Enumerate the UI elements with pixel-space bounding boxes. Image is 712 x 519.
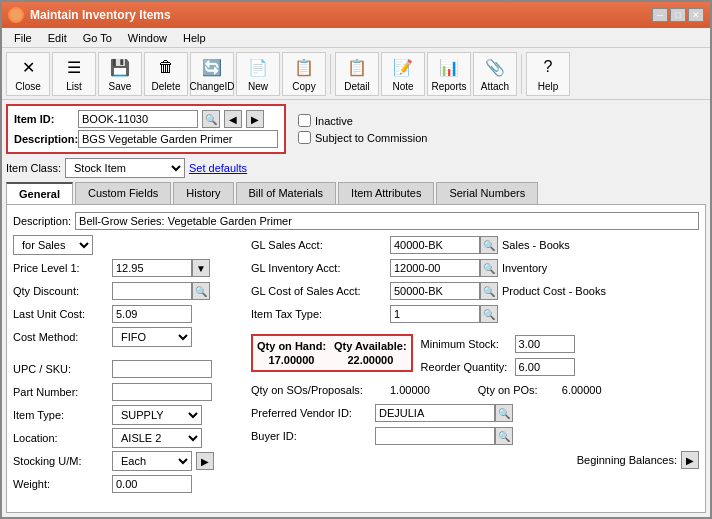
title-controls: ─ □ ✕ bbox=[652, 8, 704, 22]
save-button[interactable]: 💾 Save bbox=[98, 52, 142, 96]
stocking-um-row: Stocking U/M: Each ▶ bbox=[13, 451, 243, 471]
item-desc-row: Description: BGS Vegetable Garden Primer bbox=[14, 130, 278, 148]
beginning-balances-arrow[interactable]: ▶ bbox=[681, 451, 699, 469]
help-button[interactable]: ? Help bbox=[526, 52, 570, 96]
qty-proposals-label: Qty on SOs/Proposals: bbox=[251, 384, 386, 396]
qty-available-label: Qty Available: bbox=[334, 340, 407, 352]
last-unit-cost-label: Last Unit Cost: bbox=[13, 308, 108, 320]
upc-input[interactable] bbox=[112, 360, 212, 378]
gl-cost-input[interactable] bbox=[390, 282, 480, 300]
tabs-row: General Custom Fields History Bill of Ma… bbox=[6, 182, 706, 204]
part-number-input[interactable] bbox=[112, 383, 212, 401]
for-sales-row: for Sales bbox=[13, 235, 243, 255]
gl-sales-lookup[interactable]: 🔍 bbox=[480, 236, 498, 254]
list-button[interactable]: ☰ List bbox=[52, 52, 96, 96]
toolbar-separator-2 bbox=[521, 54, 522, 94]
weight-input[interactable] bbox=[112, 475, 192, 493]
inactive-row: Inactive bbox=[298, 114, 428, 127]
min-stock-input[interactable] bbox=[515, 335, 575, 353]
item-prev-button[interactable]: ◀ bbox=[224, 110, 242, 128]
menu-window[interactable]: Window bbox=[120, 30, 175, 46]
preferred-vendor-lookup[interactable]: 🔍 bbox=[495, 404, 513, 422]
item-type-select[interactable]: SUPPLY bbox=[112, 405, 202, 425]
gl-inventory-label: GL Inventory Acct: bbox=[251, 262, 386, 274]
cost-method-select[interactable]: FIFO bbox=[112, 327, 192, 347]
delete-button[interactable]: 🗑 Delete bbox=[144, 52, 188, 96]
attach-button[interactable]: 📎 Attach bbox=[473, 52, 517, 96]
price-level-lookup[interactable]: ▼ bbox=[192, 259, 210, 277]
item-tax-label: Item Tax Type: bbox=[251, 308, 386, 320]
detail-button[interactable]: 📋 Detail bbox=[335, 52, 379, 96]
last-unit-cost-input[interactable] bbox=[112, 305, 192, 323]
item-tax-input[interactable] bbox=[390, 305, 480, 323]
item-desc-input[interactable]: BGS Vegetable Garden Primer bbox=[78, 130, 278, 148]
gl-sales-input[interactable] bbox=[390, 236, 480, 254]
tab-general[interactable]: General bbox=[6, 182, 73, 204]
changeid-button[interactable]: 🔄 ChangeID bbox=[190, 52, 234, 96]
item-next-button[interactable]: ▶ bbox=[246, 110, 264, 128]
gl-cost-desc: Product Cost - Books bbox=[502, 285, 606, 297]
item-class-select[interactable]: Stock Item bbox=[65, 158, 185, 178]
preferred-vendor-input[interactable] bbox=[375, 404, 495, 422]
set-defaults-link[interactable]: Set defaults bbox=[189, 162, 247, 174]
reports-button[interactable]: 📊 Reports bbox=[427, 52, 471, 96]
qty-on-hand-label: Qty on Hand: bbox=[257, 340, 326, 352]
stocking-um-select[interactable]: Each bbox=[112, 451, 192, 471]
description-input[interactable] bbox=[75, 212, 699, 230]
tab-custom-fields[interactable]: Custom Fields bbox=[75, 182, 171, 204]
qty-discount-input[interactable] bbox=[112, 282, 192, 300]
maximize-button[interactable]: □ bbox=[670, 8, 686, 22]
tab-bill-of-materials[interactable]: Bill of Materials bbox=[236, 182, 337, 204]
item-id-lookup-button[interactable]: 🔍 bbox=[202, 110, 220, 128]
tab-item-attributes[interactable]: Item Attributes bbox=[338, 182, 434, 204]
minimize-button[interactable]: ─ bbox=[652, 8, 668, 22]
location-select[interactable]: AISLE 2 bbox=[112, 428, 202, 448]
gl-inventory-lookup[interactable]: 🔍 bbox=[480, 259, 498, 277]
gl-inventory-desc: Inventory bbox=[502, 262, 547, 274]
close-toolbar-button[interactable]: ✕ Close bbox=[6, 52, 50, 96]
price-level-input-group: ▼ bbox=[112, 259, 210, 277]
stocking-um-nav[interactable]: ▶ bbox=[196, 452, 214, 470]
app-icon bbox=[8, 7, 24, 23]
new-button[interactable]: 📄 New bbox=[236, 52, 280, 96]
tab-serial-numbers[interactable]: Serial Numbers bbox=[436, 182, 538, 204]
reorder-qty-label: Reorder Quantity: bbox=[421, 361, 511, 373]
preferred-vendor-input-group: 🔍 bbox=[375, 404, 513, 422]
gl-inventory-input[interactable] bbox=[390, 259, 480, 277]
detail-icon: 📋 bbox=[345, 55, 369, 79]
for-sales-select[interactable]: for Sales bbox=[13, 235, 93, 255]
last-unit-cost-row: Last Unit Cost: bbox=[13, 304, 243, 324]
menu-edit[interactable]: Edit bbox=[40, 30, 75, 46]
inactive-checkbox[interactable] bbox=[298, 114, 311, 127]
menu-help[interactable]: Help bbox=[175, 30, 214, 46]
copy-button[interactable]: 📋 Copy bbox=[282, 52, 326, 96]
item-tax-lookup[interactable]: 🔍 bbox=[480, 305, 498, 323]
item-id-input[interactable]: BOOK-11030 bbox=[78, 110, 198, 128]
qty-discount-lookup[interactable]: 🔍 bbox=[192, 282, 210, 300]
left-column: for Sales Price Level 1: ▼ Qty Discount: bbox=[13, 235, 243, 506]
item-class-label: Item Class: bbox=[6, 162, 61, 174]
close-button[interactable]: ✕ bbox=[688, 8, 704, 22]
tab-content-general: Description: for Sales Price Level 1: bbox=[6, 204, 706, 513]
note-button[interactable]: 📝 Note bbox=[381, 52, 425, 96]
item-tax-row: Item Tax Type: 🔍 bbox=[251, 304, 699, 324]
beginning-balances-row: Beginning Balances: ▶ bbox=[251, 451, 699, 469]
buyer-id-input[interactable] bbox=[375, 427, 495, 445]
commission-checkbox[interactable] bbox=[298, 131, 311, 144]
content-area: Item ID: BOOK-11030 🔍 ◀ ▶ Description: B… bbox=[2, 100, 710, 517]
desc-form-label: Description: bbox=[13, 215, 71, 227]
gl-sales-label: GL Sales Acct: bbox=[251, 239, 386, 251]
toolbar: ✕ Close ☰ List 💾 Save 🗑 Delete 🔄 ChangeI… bbox=[2, 48, 710, 100]
gl-cost-lookup[interactable]: 🔍 bbox=[480, 282, 498, 300]
menu-file[interactable]: File bbox=[6, 30, 40, 46]
qty-on-hand-value: 17.00000 bbox=[269, 354, 315, 366]
menu-goto[interactable]: Go To bbox=[75, 30, 120, 46]
qty-discount-row: Qty Discount: 🔍 bbox=[13, 281, 243, 301]
price-level-input[interactable] bbox=[112, 259, 192, 277]
buyer-id-lookup[interactable]: 🔍 bbox=[495, 427, 513, 445]
description-row: Description: bbox=[13, 211, 699, 231]
reorder-qty-input[interactable] bbox=[515, 358, 575, 376]
gl-inventory-input-group: 🔍 bbox=[390, 259, 498, 277]
tab-history[interactable]: History bbox=[173, 182, 233, 204]
min-stock-row: Minimum Stock: bbox=[421, 334, 575, 354]
